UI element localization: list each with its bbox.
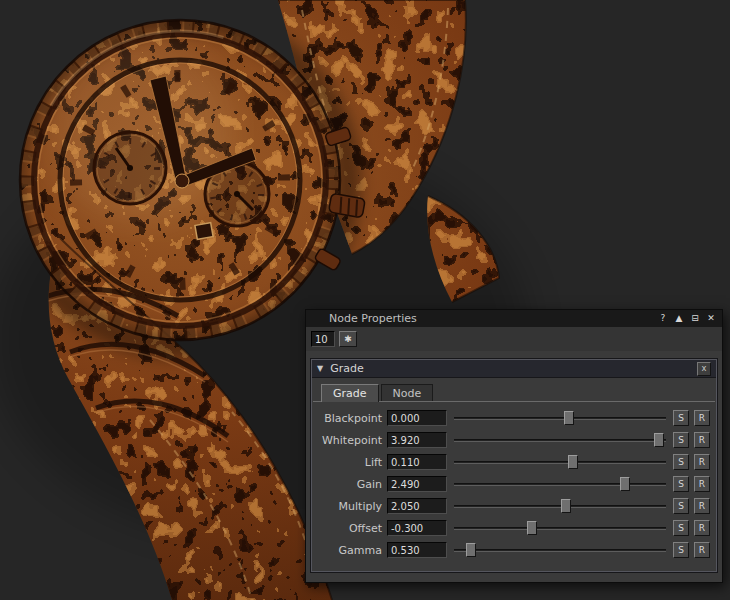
slider-handle[interactable] <box>527 521 537 535</box>
r-button[interactable]: R <box>694 498 710 514</box>
slider-track <box>454 505 666 508</box>
parameter-value-field[interactable] <box>387 432 447 448</box>
help-icon[interactable]: ? <box>657 312 669 325</box>
subdial-left <box>94 132 166 204</box>
parameter-rows: Blackpoint S R Whitepoint S R <box>312 402 716 571</box>
parameter-value-field[interactable] <box>387 476 447 492</box>
row-multiply: Multiply S R <box>318 498 710 514</box>
collapse-triangle-icon[interactable]: ▼ <box>317 364 323 373</box>
float-icon[interactable]: ⊟ <box>689 312 701 325</box>
titlebar-icons: ? ▲ ⊟ ✕ <box>657 312 717 325</box>
slider-track <box>454 439 666 442</box>
s-button[interactable]: S <box>673 454 689 470</box>
parameter-label: Lift <box>318 456 382 469</box>
row-whitepoint: Whitepoint S R <box>318 432 710 448</box>
parameter-slider[interactable] <box>452 410 668 426</box>
slider-track <box>454 527 666 530</box>
panel-titlebar[interactable]: Node Properties ? ▲ ⊟ ✕ <box>306 310 722 327</box>
s-button[interactable]: S <box>673 520 689 536</box>
panel-toolbar: ✱ <box>306 327 722 351</box>
row-gamma: Gamma S R <box>318 542 710 558</box>
r-button[interactable]: R <box>694 520 710 536</box>
maximize-icon[interactable]: ▲ <box>673 312 685 325</box>
s-button[interactable]: S <box>673 542 689 558</box>
s-button[interactable]: S <box>673 476 689 492</box>
parameter-label: Offset <box>318 522 382 535</box>
panel-title: Node Properties <box>329 312 657 325</box>
r-button[interactable]: R <box>694 410 710 426</box>
parameter-value-field[interactable] <box>387 454 447 470</box>
row-lift: Lift S R <box>318 454 710 470</box>
slider-handle[interactable] <box>654 433 664 447</box>
slider-track <box>454 417 666 420</box>
parameter-slider[interactable] <box>452 432 668 448</box>
parameter-label: Multiply <box>318 500 382 513</box>
r-button[interactable]: R <box>694 542 710 558</box>
grade-node-group: ▼ Grade x Grade Node Blackpoint S R Whit… <box>311 359 717 572</box>
row-gain: Gain S R <box>318 476 710 492</box>
tab-grade[interactable]: Grade <box>321 384 379 402</box>
parameter-slider[interactable] <box>452 454 668 470</box>
tab-node[interactable]: Node <box>381 384 434 401</box>
slider-handle[interactable] <box>466 543 476 557</box>
parameter-slider[interactable] <box>452 498 668 514</box>
close-icon[interactable]: ✕ <box>705 312 717 325</box>
slider-track <box>454 483 666 486</box>
parameter-value-field[interactable] <box>387 498 447 514</box>
slider-track <box>454 461 666 464</box>
parameter-value-field[interactable] <box>387 410 447 426</box>
max-panels-field[interactable] <box>311 331 335 347</box>
parameter-slider[interactable] <box>452 476 668 492</box>
slider-handle[interactable] <box>568 455 578 469</box>
slider-handle[interactable] <box>564 411 574 425</box>
parameter-label: Blackpoint <box>318 412 382 425</box>
grade-group-header[interactable]: ▼ Grade x <box>312 360 716 378</box>
s-button[interactable]: S <box>673 410 689 426</box>
grade-close-button[interactable]: x <box>697 362 711 376</box>
s-button[interactable]: S <box>673 432 689 448</box>
date-window <box>195 223 213 240</box>
parameter-slider[interactable] <box>452 542 668 558</box>
parameter-value-field[interactable] <box>387 542 447 558</box>
row-offset: Offset S R <box>318 520 710 536</box>
grade-group-title: Grade <box>330 362 690 375</box>
node-properties-panel: Node Properties ? ▲ ⊟ ✕ ✱ ▼ Grade x Grad… <box>305 309 723 583</box>
parameter-value-field[interactable] <box>387 520 447 536</box>
s-button[interactable]: S <box>673 498 689 514</box>
r-button[interactable]: R <box>694 432 710 448</box>
slider-handle[interactable] <box>561 499 571 513</box>
parameter-label: Gamma <box>318 544 382 557</box>
parameter-label: Whitepoint <box>318 434 382 447</box>
slider-track <box>454 549 666 552</box>
parameter-label: Gain <box>318 478 382 491</box>
panel-tool-icon[interactable]: ✱ <box>339 331 357 347</box>
r-button[interactable]: R <box>694 454 710 470</box>
parameter-slider[interactable] <box>452 520 668 536</box>
r-button[interactable]: R <box>694 476 710 492</box>
row-blackpoint: Blackpoint S R <box>318 410 710 426</box>
slider-handle[interactable] <box>620 477 630 491</box>
tab-bar: Grade Node <box>312 378 716 401</box>
